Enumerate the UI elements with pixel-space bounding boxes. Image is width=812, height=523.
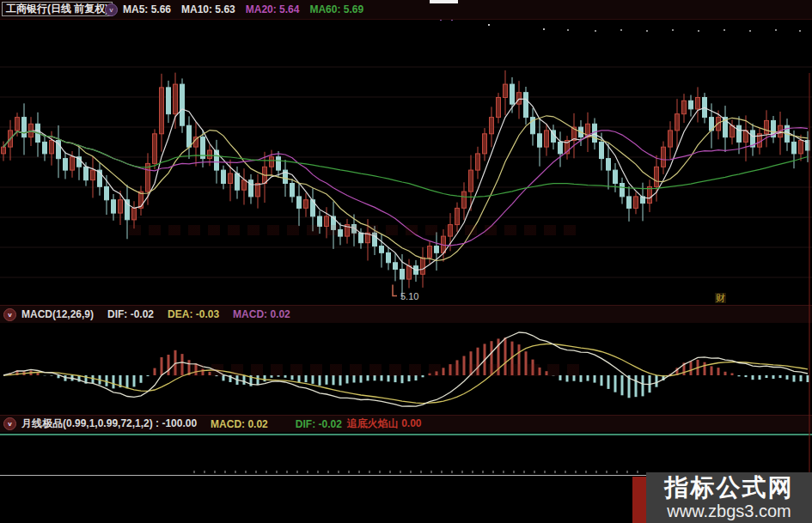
watermark-box: 指标公式网 www.zbgs3.com	[646, 472, 812, 523]
ma20-label: MA20: 5.64	[246, 3, 300, 15]
watermark-red-stripe	[632, 477, 646, 523]
fin-badge: 财	[715, 293, 726, 303]
dif-value: DIF: -0.02	[107, 308, 154, 320]
ma10-line	[3, 116, 808, 261]
ma60-label: MA60: 5.69	[309, 3, 363, 15]
chevron-down-icon[interactable]: v	[3, 308, 16, 321]
ma5-label: MA5: 5.66	[123, 3, 171, 15]
axis-tick-dots	[193, 471, 640, 473]
faint-watermark-main	[129, 225, 576, 235]
faint-watermark-macd	[172, 364, 584, 376]
top-white-strip	[430, 0, 458, 3]
jx-macd-value: MACD: 0.02	[211, 418, 268, 430]
macd-value: MACD: 0.02	[233, 308, 290, 320]
right-border-line	[809, 73, 810, 472]
signal-dots	[279, 18, 801, 32]
svg-text:5.10: 5.10	[400, 291, 418, 301]
ma10-label: MA10: 5.63	[181, 3, 235, 15]
ma-labels: MA5: 5.66 MA10: 5.63 MA20: 5.64 MA60: 5.…	[123, 0, 363, 19]
watermark-url: www.zbgs3.com	[667, 501, 791, 521]
jx-name-value: 月线极品(0.99,1,0.99,72,1,2) : -100.00	[21, 417, 197, 431]
jx-dif-value: DIF: -0.02	[296, 418, 342, 430]
dea-value: DEA: -0.03	[168, 308, 219, 320]
app-window: 5.10 工商银行(日线 前复权) v MA5: 5.66 MA10: 5.63…	[0, 0, 812, 523]
chevron-down-icon[interactable]: v	[105, 3, 118, 16]
jx-flat-line	[0, 434, 812, 435]
gridlines	[0, 67, 812, 277]
chart-canvas[interactable]: 5.10	[0, 0, 812, 523]
macd-name: MACD(12,26,9)	[21, 308, 94, 320]
stock-title: 工商银行(日线 前复权)	[2, 2, 113, 16]
chevron-down-icon[interactable]: v	[3, 417, 16, 430]
top-bar: 工商银行(日线 前复权) v MA5: 5.66 MA10: 5.63 MA20…	[0, 0, 812, 20]
jx-alert-text: 追底火焰山 0.00	[347, 417, 422, 431]
jx-panel-header: v 月线极品(0.99,1,0.99,72,1,2) : -100.00 MAC…	[0, 415, 812, 432]
low-price-annotation: 5.10	[393, 285, 418, 301]
macd-panel-header: v MACD(12,26,9) DIF: -0.02 DEA: -0.03 MA…	[0, 305, 812, 323]
watermark-title: 指标公式网	[665, 475, 794, 501]
